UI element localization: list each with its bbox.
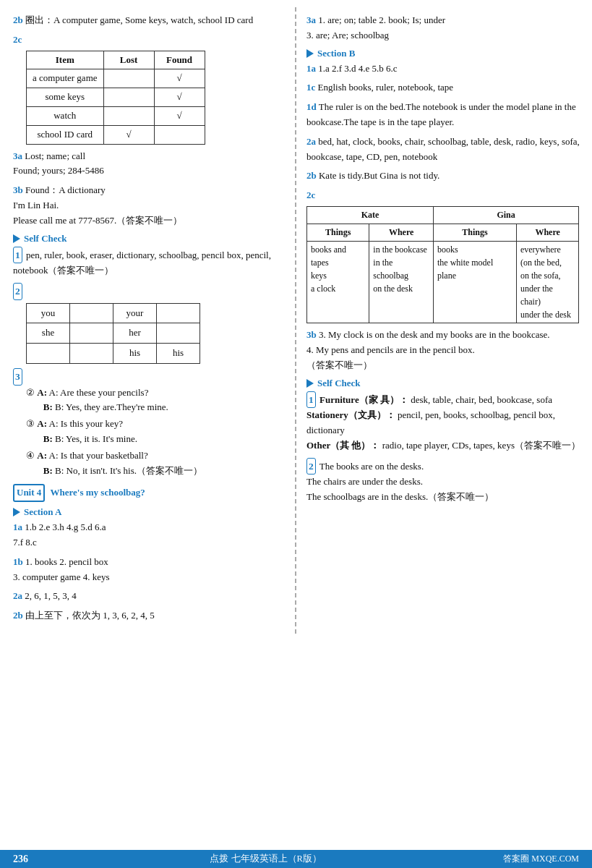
stationery-label: Stationery（文具）： bbox=[306, 409, 395, 420]
pronoun-row: she her bbox=[27, 323, 200, 344]
pron-cell bbox=[70, 303, 113, 323]
s2a-right: 2a bed, hat, clock, books, chair, school… bbox=[306, 135, 585, 165]
label-1a-right: 1a bbox=[306, 63, 316, 74]
section-b-label: Section B bbox=[317, 48, 355, 59]
sc2-line1-right: The books are on the desks. bbox=[319, 461, 424, 472]
section-2c: 2c Item Lost Found a computer game bbox=[13, 33, 288, 145]
found-cell bbox=[154, 125, 205, 144]
sc1-right: 1 Furniture（家 具）： desk, table, chair, be… bbox=[306, 391, 585, 454]
things-header-gina: Things bbox=[433, 224, 516, 242]
table-header-row: Kate Gina bbox=[307, 206, 579, 224]
s2b-left: 2b 由上至下，依次为 1, 3, 6, 2, 4, 5 bbox=[13, 608, 288, 624]
a-label-3: A: bbox=[37, 418, 47, 429]
sc2-left: 2 you your she her bbox=[13, 283, 288, 364]
2b-text-right: Kate is tidy.But Gina is not tidy. bbox=[319, 170, 439, 181]
found-cell: √ bbox=[154, 69, 205, 88]
q-num-2: ② bbox=[26, 387, 35, 398]
a-text-3: A: Is this your key? bbox=[49, 418, 124, 429]
sc2-right: 2 The books are on the desks. The chairs… bbox=[306, 458, 585, 505]
s1a-right: 1a 1.a 2.f 3.d 4.e 5.b 6.c bbox=[306, 61, 585, 77]
1a-text: 1.b 2.e 3.h 4.g 5.d 6.a bbox=[25, 522, 106, 532]
sc3-item-2: ② A: A: Are these your pencils? B: B: Ye… bbox=[26, 386, 288, 416]
col-found: Found bbox=[154, 51, 205, 69]
right-column: 3a 1. are; on; table 2. book; Is; under … bbox=[296, 7, 592, 634]
label-3b: 3b bbox=[13, 184, 23, 195]
kate-things: books and tapeskeysa clock bbox=[307, 242, 369, 323]
sc3-item-4: ④ A: A: Is that your basketball? B: B: N… bbox=[26, 448, 288, 479]
s2a-left: 2a 2, 6, 1, 5, 3, 4 bbox=[13, 589, 288, 604]
2b-text-left: 由上至下，依次为 1, 3, 6, 2, 4, 5 bbox=[25, 610, 155, 621]
b-text-2: B: Yes, they are.They're mine. bbox=[55, 401, 168, 412]
pron-cell bbox=[157, 323, 200, 344]
label-3b-right: 3b bbox=[306, 329, 317, 340]
unit4-header: Unit 4 Where's my schoolbag? bbox=[13, 484, 288, 502]
things-header-kate: Things bbox=[307, 224, 369, 242]
check-table: Item Lost Found a computer game √ some k… bbox=[26, 51, 205, 145]
sc1-text: pen, ruler, book, eraser, dictionary, sc… bbox=[13, 250, 271, 276]
item-cell: a computer game bbox=[27, 69, 104, 88]
sc1-num: 1 bbox=[13, 247, 22, 264]
page-number: 236 bbox=[13, 854, 28, 865]
b-label-3: B: bbox=[36, 433, 53, 444]
1c-text-right: English books, ruler, notebook, tape bbox=[318, 82, 454, 93]
pronoun-table: you your she her bbox=[26, 303, 200, 364]
s3b-right: 3b 3. My clock is on the desk and my boo… bbox=[306, 328, 585, 373]
a-label: A: bbox=[37, 387, 47, 398]
self-check-header-right: Self Check bbox=[306, 378, 585, 389]
2a-text-left: 2, 6, 1, 5, 3, 4 bbox=[25, 590, 77, 601]
b-label-4: B: bbox=[36, 465, 53, 476]
label-2c: 2c bbox=[13, 34, 22, 45]
b-label-2: B: bbox=[36, 401, 53, 412]
3b-line3: Please call me at 777-8567.（答案不唯一） bbox=[13, 215, 182, 226]
pron-cell: his bbox=[157, 344, 200, 364]
s2b-right: 2b Kate is tidy.But Gina is not tidy. bbox=[306, 169, 585, 184]
triangle-icon-sc-right bbox=[306, 379, 314, 388]
a-text-4: A: Is that your basketball? bbox=[49, 450, 148, 461]
label-2b: 2b bbox=[13, 14, 23, 25]
col-lost: Lost bbox=[103, 51, 154, 69]
col-header-row: Things Where Things Where bbox=[307, 224, 579, 242]
s1a-left: 1a 1.b 2.e 3.h 4.g 5.d 6.a 7.f 8.c bbox=[13, 520, 288, 550]
lost-cell bbox=[103, 106, 154, 125]
pronoun-row: his his bbox=[27, 344, 200, 364]
section-a-header-left: Section A bbox=[13, 506, 288, 518]
unit4-label: Unit 4 bbox=[13, 484, 45, 502]
furniture-items: desk, table, chair, bed, bookcase, sofa bbox=[411, 394, 552, 405]
kate-gina-data-row: books and tapeskeysa clock in the bookca… bbox=[307, 242, 579, 323]
section-3b-left: 3b Found：A dictionary I'm Lin Hai. Pleas… bbox=[13, 183, 288, 228]
label-2a-left: 2a bbox=[13, 590, 22, 601]
footer-bar: 236 点拨 七年级英语上（R版） 答案圈 MXQE.COM bbox=[0, 850, 592, 868]
s1b-left: 1b 1. books 2. pencil box 3. computer ga… bbox=[13, 555, 288, 585]
self-check-label-right: Self Check bbox=[317, 378, 361, 389]
label-2b-right: 2b bbox=[306, 170, 317, 181]
footer-subtitle: 点拨 七年级英语上（R版） bbox=[210, 853, 321, 865]
3b-line1-right: 3. My clock is on the desk and my books … bbox=[319, 329, 550, 340]
s1d-right: 1d The ruler is on the bed.The notebook … bbox=[306, 100, 585, 130]
label-1a: 1a bbox=[13, 522, 22, 532]
sc2-num-right: 2 bbox=[306, 458, 316, 475]
pron-cell bbox=[157, 303, 200, 323]
pron-cell bbox=[70, 323, 113, 344]
gina-things: booksthe white model plane bbox=[433, 242, 516, 323]
where-header-gina: Where bbox=[516, 224, 578, 242]
lost-cell bbox=[103, 88, 154, 107]
3b-line2: I'm Lin Hai. bbox=[13, 200, 59, 210]
kate-gina-table: Kate Gina Things Where Things Where book… bbox=[306, 206, 579, 323]
b-text-3: B: Yes, it is. It's mine. bbox=[55, 433, 137, 444]
3b-line3-right: （答案不唯一） bbox=[306, 359, 372, 370]
label-2c-right: 2c bbox=[306, 190, 315, 200]
left-column: 2b 圈出：A computer game, Some keys, watch,… bbox=[0, 7, 296, 634]
lost-cell bbox=[103, 69, 154, 88]
found-cell: √ bbox=[154, 106, 205, 125]
triangle-icon bbox=[13, 234, 20, 243]
sc3-num: 3 bbox=[13, 368, 22, 386]
3a-line1: Lost; name; call bbox=[25, 150, 85, 161]
sc1-left: 1 pen, ruler, book, eraser, dictionary, … bbox=[13, 247, 288, 278]
kate-header: Kate bbox=[307, 206, 434, 224]
furniture-label: Furniture（家 具）： bbox=[319, 394, 408, 405]
found-cell: √ bbox=[154, 88, 205, 107]
self-check-header-left: Self Check bbox=[13, 233, 288, 244]
q-num-4: ④ bbox=[26, 450, 35, 461]
kate-where: in the bookcasein the schoolbagon the de… bbox=[369, 242, 434, 323]
1a-text2: 7.f 8.c bbox=[13, 537, 37, 548]
